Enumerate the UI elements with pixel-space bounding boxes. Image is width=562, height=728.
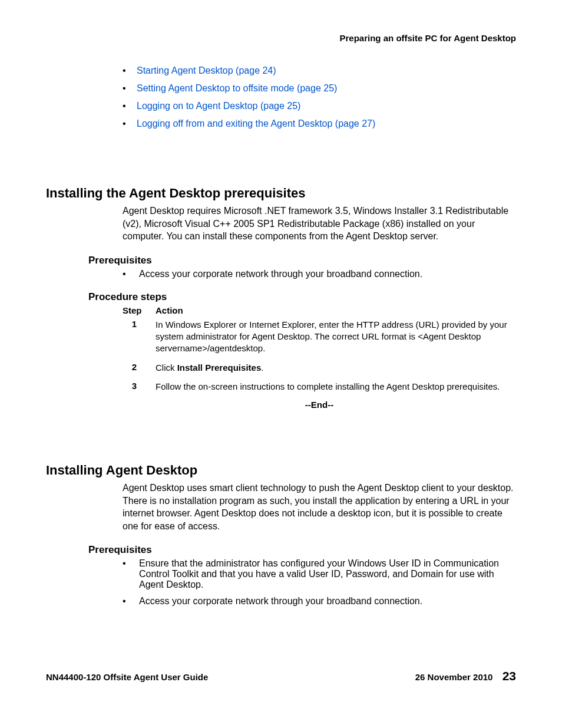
step-column-header: Step: [123, 305, 156, 315]
link-item: • Logging off from and exiting the Agent…: [123, 118, 516, 129]
top-link-list: • Starting Agent Desktop (page 24) • Set…: [123, 65, 516, 129]
prerequisites-heading: Prerequisites: [88, 544, 516, 556]
page-footer: NN44400-120 Offsite Agent User Guide 26 …: [46, 669, 516, 683]
step-bold: Install Prerequisites: [177, 363, 262, 373]
procedure-steps-heading: Procedure steps: [88, 291, 516, 303]
action-column-header: Action: [156, 305, 516, 315]
list-item-text: Ensure that the administrator has config…: [139, 558, 516, 590]
bullet-icon: •: [123, 558, 139, 569]
steps-table: Step Action 1 In Windows Explorer or Int…: [123, 305, 516, 410]
list-item: • Access your corporate network through …: [123, 596, 516, 607]
section-intro: Agent Desktop uses smart client technolo…: [123, 482, 516, 532]
list-item-text: Access your corporate network through yo…: [139, 596, 422, 607]
step-row: 3 Follow the on-screen instructions to c…: [123, 381, 516, 393]
page-header-title: Preparing an offsite PC for Agent Deskto…: [46, 33, 516, 43]
list-item: • Access your corporate network through …: [123, 269, 516, 279]
link-item: • Starting Agent Desktop (page 24): [123, 65, 516, 76]
prerequisites-heading: Prerequisites: [88, 255, 516, 266]
page-number: 23: [503, 669, 516, 683]
bullet-icon: •: [123, 118, 137, 129]
step-text: Follow the on-screen instructions to com…: [156, 381, 500, 391]
steps-header-row: Step Action: [123, 305, 516, 315]
prerequisites-list: • Ensure that the administrator has conf…: [123, 558, 516, 607]
section-heading: Installing the Agent Desktop prerequisit…: [46, 186, 516, 201]
cross-reference-link[interactable]: Setting Agent Desktop to offsite mode (p…: [137, 83, 337, 94]
bullet-icon: •: [123, 101, 137, 111]
list-item: • Ensure that the administrator has conf…: [123, 558, 516, 590]
bullet-icon: •: [123, 83, 137, 94]
step-row: 2 Click Install Prerequisites.: [123, 362, 516, 374]
section-heading: Installing Agent Desktop: [46, 463, 516, 478]
step-number: 1: [123, 319, 156, 355]
step-number: 2: [123, 362, 156, 374]
prerequisites-list: • Access your corporate network through …: [123, 269, 516, 279]
link-item: • Setting Agent Desktop to offsite mode …: [123, 83, 516, 94]
step-suffix: .: [261, 363, 263, 373]
cross-reference-link[interactable]: Starting Agent Desktop (page 24): [137, 65, 276, 76]
section-intro: Agent Desktop requires Microsoft .NET fr…: [123, 205, 516, 243]
bullet-icon: •: [123, 269, 139, 279]
step-number: 3: [123, 381, 156, 393]
page-container: Preparing an offsite PC for Agent Deskto…: [0, 0, 562, 728]
step-text: Click: [156, 363, 177, 373]
section-installing-prerequisites: Installing the Agent Desktop prerequisit…: [46, 186, 516, 410]
step-action: In Windows Explorer or Internet Explorer…: [156, 319, 516, 355]
section-installing-agent-desktop: Installing Agent Desktop Agent Desktop u…: [46, 463, 516, 607]
bullet-icon: •: [123, 65, 137, 76]
step-row: 1 In Windows Explorer or Internet Explor…: [123, 319, 516, 355]
list-item-text: Access your corporate network through yo…: [139, 269, 422, 279]
cross-reference-link[interactable]: Logging off from and exiting the Agent D…: [137, 118, 375, 129]
bullet-icon: •: [123, 596, 139, 607]
cross-reference-link[interactable]: Logging on to Agent Desktop (page 25): [137, 101, 300, 111]
end-marker: --End--: [123, 400, 516, 410]
footer-right: 26 November 2010 23: [415, 669, 516, 683]
step-action: Follow the on-screen instructions to com…: [156, 381, 516, 393]
footer-date: 26 November 2010: [415, 672, 493, 682]
footer-doc-title: NN44400-120 Offsite Agent User Guide: [46, 672, 208, 682]
step-action: Click Install Prerequisites.: [156, 362, 516, 374]
link-item: • Logging on to Agent Desktop (page 25): [123, 101, 516, 111]
step-text: In Windows Explorer or Internet Explorer…: [156, 319, 507, 354]
